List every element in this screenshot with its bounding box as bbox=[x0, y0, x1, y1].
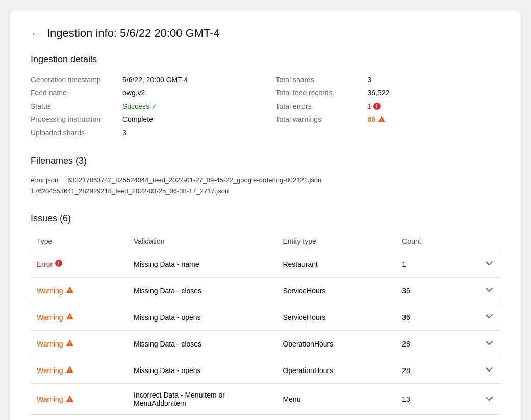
chevron-down-icon[interactable] bbox=[484, 364, 494, 375]
chevron-down-icon[interactable] bbox=[484, 393, 494, 404]
count-cell: 28 bbox=[396, 357, 456, 384]
warning-triangle-icon: ! bbox=[377, 116, 386, 123]
entity-cell: Restaurant bbox=[276, 251, 396, 278]
issues-table-header: Type Validation Entity type Count bbox=[31, 232, 500, 251]
error-dot-icon: ! bbox=[55, 260, 62, 268]
total-warnings-badge: 66 ! bbox=[368, 115, 386, 123]
warning-triangle-icon: ! bbox=[66, 286, 74, 295]
label-status: Status bbox=[31, 102, 122, 110]
validation-cell: Missing Data - opens bbox=[128, 357, 276, 384]
warning-label: Warning bbox=[37, 395, 63, 403]
issues-table: Type Validation Entity type Count Error … bbox=[31, 232, 500, 415]
svg-text:!: ! bbox=[69, 397, 70, 402]
expand-cell[interactable] bbox=[456, 251, 500, 278]
warning-label: Warning bbox=[37, 287, 63, 295]
value-processing: Complete bbox=[122, 115, 153, 123]
svg-text:!: ! bbox=[376, 104, 378, 109]
expand-cell[interactable] bbox=[456, 357, 500, 384]
label-total-errors: Total errors bbox=[276, 102, 368, 110]
label-timestamp: Generation timestamp bbox=[31, 76, 122, 84]
validation-cell: Missing Data - name bbox=[128, 251, 276, 278]
detail-row-timestamp: Generation timestamp 5/6/22, 20:00 GMT-4 bbox=[31, 73, 256, 86]
page-title: Ingestion info: 5/6/22 20:00 GMT-4 bbox=[47, 27, 220, 40]
warning-label: Warning bbox=[37, 366, 63, 375]
expand-cell[interactable] bbox=[456, 278, 500, 304]
table-row: Warning ! Incorrect Data - MenuItem or M… bbox=[31, 384, 500, 415]
detail-row-total-shards: Total shards 3 bbox=[276, 73, 501, 86]
expand-cell[interactable] bbox=[456, 384, 500, 415]
value-timestamp: 5/6/22, 20:00 GMT-4 bbox=[122, 76, 188, 84]
svg-text:!: ! bbox=[69, 288, 70, 293]
detail-row-uploaded-shards: Uploaded shards 3 bbox=[31, 126, 256, 139]
warning-triangle-icon: ! bbox=[66, 313, 74, 322]
count-cell: 36 bbox=[396, 304, 456, 331]
svg-text:!: ! bbox=[69, 315, 70, 320]
error-circle-icon: ! bbox=[373, 103, 381, 110]
details-right: Total shards 3 Total feed records 36,522… bbox=[276, 73, 501, 139]
label-total-shards: Total shards bbox=[276, 76, 368, 84]
validation-cell: Missing Data - closes bbox=[128, 331, 276, 357]
filenames-title: Filenames (3) bbox=[31, 156, 500, 166]
type-cell-error: Error ! bbox=[37, 260, 121, 268]
warning-label: Warning bbox=[37, 340, 63, 348]
value-uploaded-shards: 3 bbox=[122, 129, 127, 137]
validation-cell: Missing Data - opens bbox=[128, 304, 276, 331]
chevron-down-icon[interactable] bbox=[484, 258, 494, 268]
detail-row-status: Status Success ✓ bbox=[31, 100, 256, 113]
table-row: Warning ! Missing Data - opensServiceHou… bbox=[31, 304, 500, 331]
entity-cell: ServiceHours bbox=[276, 304, 396, 331]
label-feedname: Feed name bbox=[31, 89, 122, 97]
col-header-type: Type bbox=[31, 232, 128, 251]
type-cell-warning: Warning ! bbox=[37, 339, 121, 348]
table-row: Warning ! Missing Data - closesOperation… bbox=[31, 331, 500, 357]
type-cell-warning: Warning ! bbox=[37, 395, 121, 404]
label-uploaded-shards: Uploaded shards bbox=[31, 129, 122, 137]
validation-cell: Incorrect Data - MenuItem or MenuAddonIt… bbox=[128, 384, 276, 415]
expand-cell[interactable] bbox=[456, 304, 500, 331]
total-errors-count: 1 bbox=[368, 102, 372, 110]
table-row: Warning ! Missing Data - opensOperationH… bbox=[31, 357, 500, 384]
warning-triangle-icon: ! bbox=[66, 395, 74, 404]
type-cell-warning: Warning ! bbox=[37, 366, 121, 375]
value-status: Success bbox=[122, 102, 149, 110]
entity-cell: Menu bbox=[276, 384, 396, 415]
filename-1: error.json bbox=[31, 176, 58, 184]
chevron-down-icon[interactable] bbox=[484, 311, 494, 322]
check-icon: ✓ bbox=[151, 103, 157, 110]
total-errors-badge: 1 ! bbox=[368, 102, 381, 110]
col-header-expand bbox=[456, 232, 500, 251]
svg-text:!: ! bbox=[69, 368, 70, 373]
col-header-validation: Validation bbox=[128, 232, 276, 251]
col-header-entity: Entity type bbox=[276, 232, 396, 251]
svg-text:!: ! bbox=[58, 261, 59, 266]
detail-row-total-errors: Total errors 1 ! bbox=[276, 100, 501, 113]
count-cell: 36 bbox=[396, 278, 456, 304]
label-total-feed-records: Total feed records bbox=[276, 89, 368, 97]
detail-row-feedname: Feed name owg.v2 bbox=[31, 86, 256, 100]
filename-3: 176204553641_282929218_feed_2022-03-25_0… bbox=[31, 187, 229, 195]
detail-row-total-feed-records: Total feed records 36,522 bbox=[276, 86, 501, 100]
details-left: Generation timestamp 5/6/22, 20:00 GMT-4… bbox=[31, 73, 256, 139]
warning-triangle-icon: ! bbox=[66, 339, 74, 348]
value-feedname: owg.v2 bbox=[122, 89, 145, 97]
detail-row-processing: Processing instruction Complete bbox=[31, 113, 256, 126]
expand-cell[interactable] bbox=[456, 331, 500, 357]
label-processing: Processing instruction bbox=[31, 115, 122, 123]
ingestion-details-title: Ingestion details bbox=[31, 54, 500, 65]
warning-triangle-icon: ! bbox=[66, 366, 74, 375]
detail-row-total-warnings: Total warnings 66 ! bbox=[276, 113, 501, 126]
filename-list: error.json 633217863742_825524044_feed_2… bbox=[31, 175, 500, 197]
chevron-down-icon[interactable] bbox=[484, 338, 494, 348]
chevron-down-icon[interactable] bbox=[484, 285, 494, 295]
page-header: ← Ingestion info: 5/6/22 20:00 GMT-4 bbox=[31, 27, 500, 40]
ingestion-details-section: Ingestion details Generation timestamp 5… bbox=[31, 54, 500, 139]
entity-cell: OperationHours bbox=[276, 357, 396, 384]
count-cell: 1 bbox=[396, 251, 456, 278]
entity-cell: OperationHours bbox=[276, 331, 396, 357]
issues-title: Issues (6) bbox=[31, 213, 500, 224]
label-total-warnings: Total warnings bbox=[276, 115, 368, 123]
main-card: ← Ingestion info: 5/6/22 20:00 GMT-4 Ing… bbox=[10, 10, 521, 420]
error-label: Error bbox=[37, 260, 53, 268]
back-button[interactable]: ← bbox=[31, 28, 41, 39]
type-cell-warning: Warning ! bbox=[37, 286, 121, 295]
